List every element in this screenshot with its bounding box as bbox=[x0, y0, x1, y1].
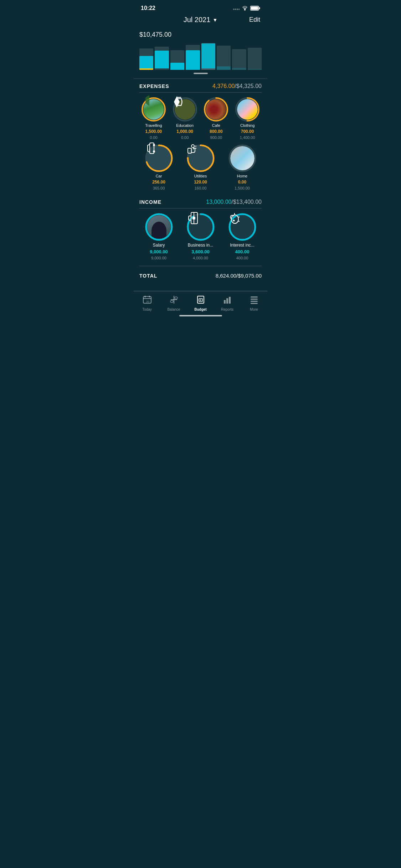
chart-scroll-indicator bbox=[194, 73, 208, 74]
utilities-spent: 120.00 bbox=[194, 180, 207, 185]
business-label: Business in... bbox=[188, 243, 213, 248]
reports-icon bbox=[223, 295, 232, 306]
salary-label: Salary bbox=[153, 243, 165, 248]
business-budget: 4,000.00 bbox=[193, 256, 208, 260]
svg-point-4 bbox=[244, 9, 246, 11]
income-interest[interactable]: Interest inc... 400.00 400.00 bbox=[223, 213, 262, 260]
svg-rect-58 bbox=[251, 299, 258, 300]
business-ring bbox=[186, 213, 215, 241]
svg-rect-25 bbox=[188, 148, 191, 153]
travelling-photo bbox=[143, 99, 164, 120]
home-budget: 1,500.00 bbox=[235, 186, 250, 190]
home-spent: 0.00 bbox=[238, 180, 246, 185]
salary-earned: 9,000.00 bbox=[150, 249, 168, 254]
salary-ring bbox=[145, 213, 173, 241]
car-label: Car bbox=[156, 174, 162, 178]
svg-rect-56 bbox=[229, 297, 231, 304]
spacer bbox=[134, 284, 267, 291]
bar-5 bbox=[201, 43, 215, 70]
income-business[interactable]: Business in... 3,600.00 4,000.00 bbox=[181, 213, 220, 260]
category-utilities[interactable]: Utilities 120.00 160.00 bbox=[181, 144, 220, 190]
travelling-label: Travelling bbox=[145, 123, 162, 128]
tab-more-label: More bbox=[250, 308, 258, 311]
tab-budget[interactable]: Budget bbox=[190, 295, 211, 311]
category-cafe[interactable]: Cafe 800.00 900.00 bbox=[202, 97, 231, 140]
interest-budget: 400.00 bbox=[236, 256, 248, 260]
svg-text:20: 20 bbox=[146, 300, 149, 303]
tab-balance[interactable]: Balance bbox=[163, 295, 185, 311]
business-icon-bg bbox=[189, 215, 212, 239]
tab-today-label: Today bbox=[142, 308, 152, 311]
income-salary[interactable]: Salary 9,000.00 9,000.00 bbox=[139, 213, 178, 260]
tab-bar: 20 Today Balance Budget bbox=[134, 291, 267, 314]
chevron-down-icon: ▼ bbox=[212, 17, 217, 23]
budget-icon bbox=[196, 295, 205, 306]
chart-bars bbox=[139, 41, 262, 70]
travelling-budget: 0.00 bbox=[150, 135, 157, 140]
edit-button[interactable]: Edit bbox=[249, 16, 260, 24]
category-clothing[interactable]: Clothing 700.00 1,400.00 bbox=[233, 97, 262, 140]
svg-rect-36 bbox=[193, 217, 195, 219]
category-travelling[interactable]: Travelling 1,500.00 0.00 bbox=[139, 97, 168, 140]
education-icon-bg bbox=[175, 99, 195, 120]
tab-today[interactable]: 20 Today bbox=[137, 295, 158, 311]
battery-icon bbox=[250, 6, 260, 11]
faucet-icon bbox=[187, 143, 198, 155]
header-title-text: Jul 2021 bbox=[184, 16, 211, 24]
category-car[interactable]: Car 256.00 365.00 bbox=[139, 144, 178, 190]
svg-point-3 bbox=[238, 9, 240, 10]
expenses-amounts: 4,376.00/$4,325.00 bbox=[212, 83, 262, 89]
total-label: TOTAL bbox=[139, 273, 157, 279]
category-education[interactable]: Education 1,000.00 0.00 bbox=[171, 97, 199, 140]
bar-7 bbox=[232, 49, 246, 70]
svg-point-1 bbox=[235, 9, 236, 10]
svg-rect-54 bbox=[224, 300, 226, 304]
briefcase-icon bbox=[189, 215, 198, 224]
income-amounts: 13,000.00/$13,400.00 bbox=[206, 199, 262, 205]
salary-budget: 9,000.00 bbox=[151, 256, 166, 260]
expenses-grid-row1: Travelling 1,500.00 0.00 Education 1,000… bbox=[134, 93, 267, 144]
total-value: 8,624.00 bbox=[216, 273, 236, 279]
wifi-icon bbox=[242, 6, 248, 11]
svg-point-40 bbox=[233, 220, 234, 221]
bar-2 bbox=[155, 47, 169, 70]
interest-label: Interest inc... bbox=[230, 243, 255, 248]
education-ring bbox=[173, 97, 197, 122]
tab-budget-label: Budget bbox=[194, 308, 206, 311]
svg-point-0 bbox=[233, 9, 235, 10]
svg-rect-7 bbox=[259, 7, 260, 9]
expenses-header: EXPENSES 4,376.00/$4,325.00 bbox=[134, 79, 267, 92]
header: Jul 2021 ▼ Edit bbox=[134, 14, 267, 28]
car-icon-bg bbox=[147, 146, 171, 170]
clothing-ring bbox=[235, 97, 260, 122]
header-month-selector[interactable]: Jul 2021 ▼ bbox=[184, 16, 217, 24]
svg-rect-59 bbox=[251, 301, 258, 302]
home-indicator bbox=[179, 315, 222, 316]
status-bar: 10:22 bbox=[134, 0, 267, 14]
tab-more[interactable]: More bbox=[243, 295, 265, 311]
clothing-budget: 1,400.00 bbox=[240, 135, 255, 140]
chart-total-amount: $10,475.00 bbox=[139, 31, 262, 38]
svg-point-39 bbox=[231, 215, 238, 223]
tab-reports[interactable]: Reports bbox=[217, 295, 238, 311]
bar-8 bbox=[248, 48, 262, 70]
cafe-label: Cafe bbox=[212, 123, 220, 128]
signal-icon bbox=[233, 6, 240, 10]
clothing-label: Clothing bbox=[240, 123, 255, 128]
svg-point-49 bbox=[175, 297, 178, 299]
category-home[interactable]: Home 0.00 1,500.00 bbox=[223, 144, 262, 190]
expenses-spent: 4,376.00 bbox=[212, 83, 235, 89]
piggy-bank-icon bbox=[231, 215, 240, 225]
cafe-budget: 900.00 bbox=[210, 135, 222, 140]
education-budget: 0.00 bbox=[181, 135, 189, 140]
total-budget: $9,075.00 bbox=[238, 273, 262, 279]
svg-rect-55 bbox=[226, 298, 228, 304]
business-earned: 3,600.00 bbox=[191, 249, 210, 254]
income-budget: $13,400.00 bbox=[233, 199, 262, 205]
svg-point-2 bbox=[237, 9, 238, 10]
balance-icon bbox=[169, 295, 179, 306]
utilities-budget: 160.00 bbox=[195, 186, 207, 190]
svg-point-22 bbox=[153, 144, 155, 146]
bar-3 bbox=[170, 50, 184, 70]
tab-reports-label: Reports bbox=[221, 308, 233, 311]
